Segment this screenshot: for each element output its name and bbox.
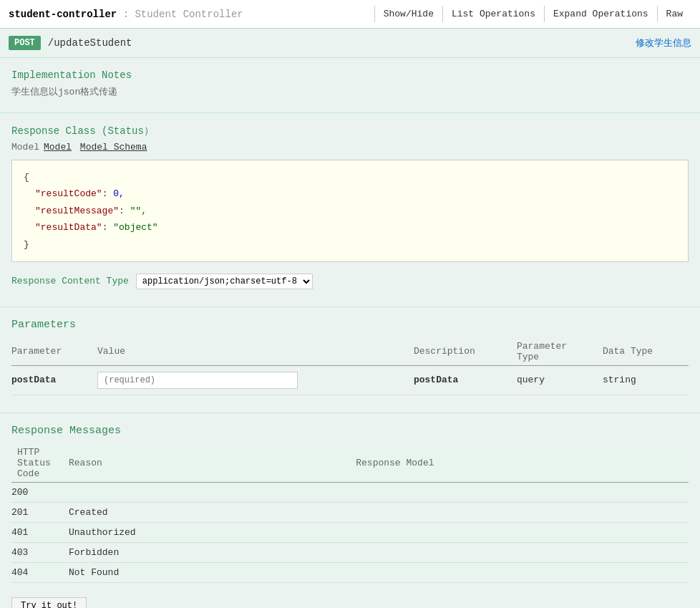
header-colon: : <box>117 9 135 20</box>
param-type: query <box>517 365 603 395</box>
response-code-block: { "resultCode": 0, "resultMessage": "", … <box>11 160 689 262</box>
parameters-section: Parameters Parameter Value Description P… <box>0 307 700 412</box>
param-data-type: string <box>603 365 689 395</box>
response-class-title: Response Class (Status） <box>11 125 689 137</box>
table-row: 403 Forbidden <box>11 542 689 562</box>
status-code-201: 201 <box>11 502 69 522</box>
endpoint-path: /updateStudent <box>48 37 636 49</box>
reason-201: Created <box>69 502 213 522</box>
param-header-type: ParameterType <box>517 338 603 366</box>
reason-404: Not Found <box>69 562 213 582</box>
param-header-parameter: Parameter <box>11 338 97 366</box>
model-link[interactable]: Model <box>44 142 72 153</box>
try-it-out-button[interactable]: Try it out! <box>11 597 87 608</box>
response-messages-table: HTTP Status Code Reason Response Model 2… <box>11 444 689 583</box>
model-200 <box>213 482 689 502</box>
implementation-notes-title: Implementation Notes <box>11 69 689 81</box>
nav-expand-operations[interactable]: Expand Operations <box>544 6 657 22</box>
code-line-4: "resultData": "object" <box>24 219 676 236</box>
response-class-section: Response Class (Status） Model Model Mode… <box>0 113 700 307</box>
status-code-404: 404 <box>11 562 69 582</box>
post-badge: POST <box>9 36 41 50</box>
model-401 <box>213 522 689 542</box>
status-code-401: 401 <box>11 522 69 542</box>
table-row: 401 Unauthorized <box>11 522 689 542</box>
status-code-200: 200 <box>11 482 69 502</box>
endpoint-row: POST /updateStudent 修改学生信息 <box>0 29 700 58</box>
nav-raw[interactable]: Raw <box>657 6 691 22</box>
model-separator <box>74 142 80 153</box>
reason-401: Unauthorized <box>69 522 213 542</box>
code-line-5: } <box>24 236 676 253</box>
reason-403: Forbidden <box>69 542 213 562</box>
content-type-label: Response Content Type <box>11 276 129 286</box>
response-messages-title: Response Messages <box>11 425 689 437</box>
param-header-description: Description <box>414 338 517 366</box>
model-404 <box>213 562 689 582</box>
content-type-row: Response Content Type application/json;c… <box>11 274 689 289</box>
controller-label: Student Controller <box>135 9 243 20</box>
param-name: postData <box>11 365 97 395</box>
response-messages-section: Response Messages HTTP Status Code Reaso… <box>0 413 700 608</box>
response-header-row: HTTP Status Code Reason Response Model <box>11 444 689 483</box>
implementation-notes-body: 学生信息以json格式传递 <box>11 85 689 98</box>
model-403 <box>213 542 689 562</box>
table-row: 201 Created <box>11 502 689 522</box>
response-header-code: HTTP Status Code <box>11 444 69 483</box>
param-header-value: Value <box>97 338 414 366</box>
param-header-data-type: Data Type <box>603 338 689 366</box>
param-value-cell <box>97 365 414 395</box>
model-label: Model <box>11 142 39 153</box>
controller-name: student-controller <box>9 9 117 20</box>
endpoint-description: 修改学生信息 <box>636 37 691 49</box>
status-code-403: 403 <box>11 542 69 562</box>
reason-200 <box>69 482 213 502</box>
header-title: student-controller : Student Controller <box>9 9 374 20</box>
schema-link[interactable]: Model Schema <box>80 142 147 153</box>
main-content: POST /updateStudent 修改学生信息 Implementatio… <box>0 29 700 608</box>
nav-show-hide[interactable]: Show/Hide <box>374 6 442 22</box>
model-201 <box>213 502 689 522</box>
parameters-title: Parameters <box>11 319 689 331</box>
model-toggle: Model Model Model Schema <box>11 142 689 153</box>
content-type-select[interactable]: application/json;charset=utf-8 applicati… <box>136 274 313 289</box>
implementation-notes-section: Implementation Notes 学生信息以json格式传递 <box>0 58 700 112</box>
code-line-3: "resultMessage": "", <box>24 203 676 219</box>
param-description: postData <box>414 365 517 395</box>
header: student-controller : Student Controller … <box>0 0 700 29</box>
table-row: 404 Not Found <box>11 562 689 582</box>
response-header-model: Response Model <box>213 444 689 483</box>
table-row: postData postData query string <box>11 365 689 395</box>
table-row: 200 <box>11 482 689 502</box>
params-header-row: Parameter Value Description ParameterTyp… <box>11 338 689 366</box>
param-value-input[interactable] <box>97 372 298 389</box>
nav-list-operations[interactable]: List Operations <box>442 6 544 22</box>
parameters-table: Parameter Value Description ParameterTyp… <box>11 338 689 395</box>
code-line-1: { <box>24 169 676 185</box>
header-nav: Show/Hide List Operations Expand Operati… <box>374 6 691 22</box>
response-header-reason: Reason <box>69 444 213 483</box>
code-line-2: "resultCode": 0, <box>24 185 676 202</box>
